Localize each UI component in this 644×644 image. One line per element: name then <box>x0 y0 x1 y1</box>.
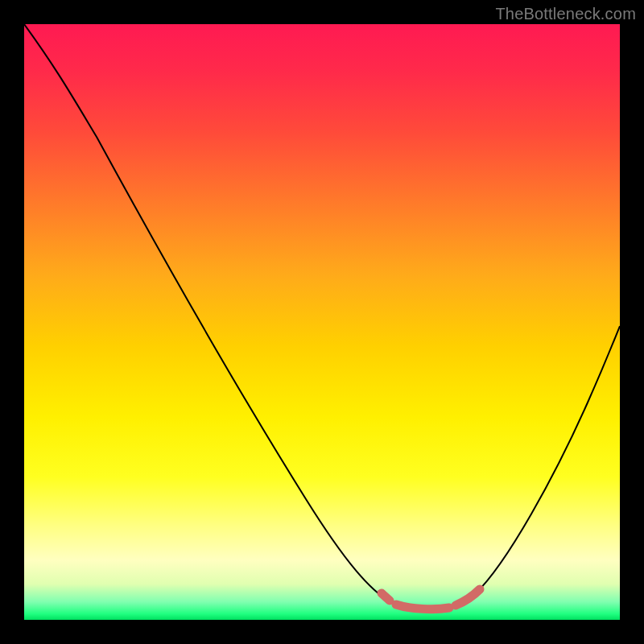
chart-container: TheBottleneck.com <box>0 0 644 644</box>
plot-area <box>24 24 620 620</box>
highlight-dot <box>378 589 386 597</box>
optimal-range-highlight-mid <box>396 605 449 609</box>
optimal-range-highlight-right <box>456 589 480 605</box>
watermark-text: TheBottleneck.com <box>495 5 636 23</box>
curve-right-branch <box>475 326 620 594</box>
highlight-dot <box>476 585 484 593</box>
bottleneck-curve <box>24 24 620 620</box>
curve-left-branch <box>24 24 390 602</box>
